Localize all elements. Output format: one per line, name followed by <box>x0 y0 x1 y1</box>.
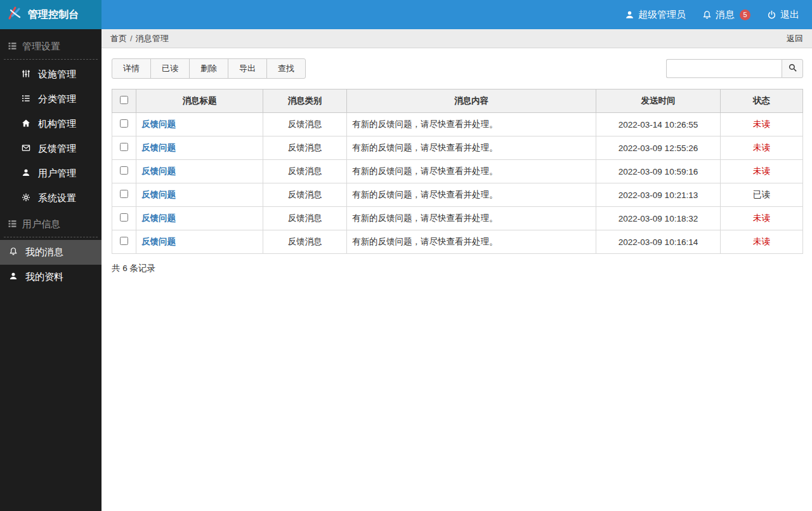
col-header-status: 状态 <box>721 90 803 113</box>
main-content: 首页 / 消息管理 返回 详情 已读 删除 导出 查找 <box>102 29 812 511</box>
table-row[interactable]: 反馈问题 反馈消息 有新的反馈问题，请尽快查看并处理。 2022-03-14 1… <box>112 113 803 136</box>
toolbar: 详情 已读 删除 导出 查找 <box>102 48 812 79</box>
sidebar-item-my-profile[interactable]: 我的资料 <box>0 265 102 289</box>
message-title-link[interactable]: 反馈问题 <box>141 143 176 152</box>
row-checkbox[interactable] <box>120 237 128 245</box>
current-user-label: 超级管理员 <box>638 9 686 21</box>
logout-button[interactable]: 退出 <box>767 9 799 21</box>
message-content: 有新的反馈问题，请尽快查看并处理。 <box>347 160 596 183</box>
envelope-icon <box>22 143 30 154</box>
sidebar-item-label: 我的消息 <box>25 246 63 258</box>
logout-label: 退出 <box>780 9 799 21</box>
divider <box>4 237 98 237</box>
home-icon <box>22 119 30 129</box>
sidebar-item-label: 我的资料 <box>25 271 63 283</box>
message-title-link[interactable]: 反馈问题 <box>141 213 176 223</box>
breadcrumb-home[interactable]: 首页 <box>110 33 127 44</box>
row-checkbox[interactable] <box>120 166 128 175</box>
sidebar-item-facility[interactable]: 设施管理 <box>0 62 102 87</box>
gear-icon <box>22 193 30 204</box>
message-category: 反馈消息 <box>263 136 347 160</box>
table-row[interactable]: 反馈问题 反馈消息 有新的反馈问题，请尽快查看并处理。 2022-03-09 1… <box>112 183 803 207</box>
message-status: 已读 <box>721 183 803 207</box>
delete-button[interactable]: 删除 <box>189 58 228 79</box>
toolbar-button-group: 详情 已读 删除 导出 查找 <box>112 58 306 79</box>
search-input[interactable] <box>666 59 782 78</box>
message-content: 有新的反馈问题，请尽快查看并处理。 <box>347 207 596 230</box>
row-checkbox[interactable] <box>120 143 128 151</box>
divider <box>4 59 98 60</box>
message-title-link[interactable]: 反馈问题 <box>141 237 176 246</box>
message-category: 反馈消息 <box>263 160 347 183</box>
message-title-link[interactable]: 反馈问题 <box>141 166 176 176</box>
sidebar-section-admin: 管理设置 <box>0 33 102 59</box>
message-time: 2022-03-09 10:18:32 <box>596 207 721 230</box>
col-header-title: 消息标题 <box>136 90 263 113</box>
app-title: 管理控制台 <box>28 8 79 22</box>
list-ul-icon <box>22 94 30 105</box>
sidebar-item-organization[interactable]: 机构管理 <box>0 112 102 136</box>
topbar-right: 超级管理员 消息 5 退出 <box>625 0 812 29</box>
mark-read-button[interactable]: 已读 <box>150 58 190 79</box>
detail-button[interactable]: 详情 <box>112 58 151 79</box>
list-icon <box>8 41 17 53</box>
row-checkbox[interactable] <box>120 119 128 128</box>
col-header-time: 发送时间 <box>596 90 721 113</box>
message-time: 2022-03-14 10:26:55 <box>596 113 721 136</box>
message-title-link[interactable]: 反馈问题 <box>141 119 176 129</box>
list-icon <box>8 219 17 230</box>
topbar: 管理控制台 超级管理员 消息 5 <box>0 0 812 29</box>
breadcrumb-current: 消息管理 <box>136 33 169 44</box>
sidebar: 管理设置 设施管理 分类管理 <box>0 29 102 511</box>
row-checkbox[interactable] <box>120 213 128 222</box>
table-row[interactable]: 反馈问题 反馈消息 有新的反馈问题，请尽快查看并处理。 2022-03-09 1… <box>112 230 803 254</box>
message-time: 2022-03-09 10:16:14 <box>596 230 721 254</box>
select-all-checkbox[interactable] <box>120 96 128 104</box>
app-brand: 管理控制台 <box>0 0 102 29</box>
user-icon <box>22 168 30 179</box>
sidebar-item-users[interactable]: 用户管理 <box>0 161 102 186</box>
breadcrumb: 首页 / 消息管理 返回 <box>102 29 812 48</box>
table-row[interactable]: 反馈问题 反馈消息 有新的反馈问题，请尽快查看并处理。 2022-03-09 1… <box>112 160 803 183</box>
sidebar-item-label: 用户管理 <box>38 168 76 180</box>
records-summary: 共 6 条记录 <box>102 258 812 279</box>
row-checkbox[interactable] <box>120 190 128 198</box>
message-category: 反馈消息 <box>263 183 347 207</box>
user-icon <box>625 10 634 20</box>
message-status: 未读 <box>721 160 803 183</box>
message-content: 有新的反馈问题，请尽快查看并处理。 <box>347 230 596 254</box>
message-status: 未读 <box>721 207 803 230</box>
back-link[interactable]: 返回 <box>787 33 803 44</box>
table-row[interactable]: 反馈问题 反馈消息 有新的反馈问题，请尽快查看并处理。 2022-03-09 1… <box>112 207 803 230</box>
sidebar-item-category[interactable]: 分类管理 <box>0 87 102 112</box>
message-category: 反馈消息 <box>263 207 347 230</box>
current-user[interactable]: 超级管理员 <box>625 9 686 21</box>
message-category: 反馈消息 <box>263 230 347 254</box>
message-category: 反馈消息 <box>263 113 347 136</box>
table-row[interactable]: 反馈问题 反馈消息 有新的反馈问题，请尽快查看并处理。 2022-03-09 1… <box>112 136 803 160</box>
col-header-content: 消息内容 <box>347 90 596 113</box>
messages-table: 消息标题 消息类别 消息内容 发送时间 状态 反馈问题 反馈消息 有新的反馈问题… <box>112 89 803 254</box>
search-box <box>666 59 803 78</box>
messages-label: 消息 <box>716 9 735 21</box>
message-title-link[interactable]: 反馈问题 <box>141 190 176 199</box>
export-button[interactable]: 导出 <box>228 58 267 79</box>
message-content: 有新的反馈问题，请尽快查看并处理。 <box>347 113 596 136</box>
sidebar-section-title: 用户信息 <box>22 218 60 230</box>
message-time: 2022-03-09 10:21:13 <box>596 183 721 207</box>
sliders-icon <box>22 69 30 80</box>
app-logo-icon <box>6 5 23 24</box>
message-status: 未读 <box>721 136 803 160</box>
sidebar-item-settings[interactable]: 系统设置 <box>0 186 102 211</box>
sidebar-item-feedback[interactable]: 反馈管理 <box>0 136 102 161</box>
messages-table-wrap: 消息标题 消息类别 消息内容 发送时间 状态 反馈问题 反馈消息 有新的反馈问题… <box>102 79 812 258</box>
search-button[interactable] <box>782 59 803 78</box>
search-icon <box>788 63 797 74</box>
sidebar-item-label: 设施管理 <box>38 69 76 81</box>
user-icon <box>9 272 18 282</box>
sidebar-item-my-messages[interactable]: 我的消息 <box>0 240 102 265</box>
messages-button[interactable]: 消息 5 <box>702 9 750 21</box>
message-status: 未读 <box>721 113 803 136</box>
find-button[interactable]: 查找 <box>266 58 306 79</box>
message-content: 有新的反馈问题，请尽快查看并处理。 <box>347 183 596 207</box>
